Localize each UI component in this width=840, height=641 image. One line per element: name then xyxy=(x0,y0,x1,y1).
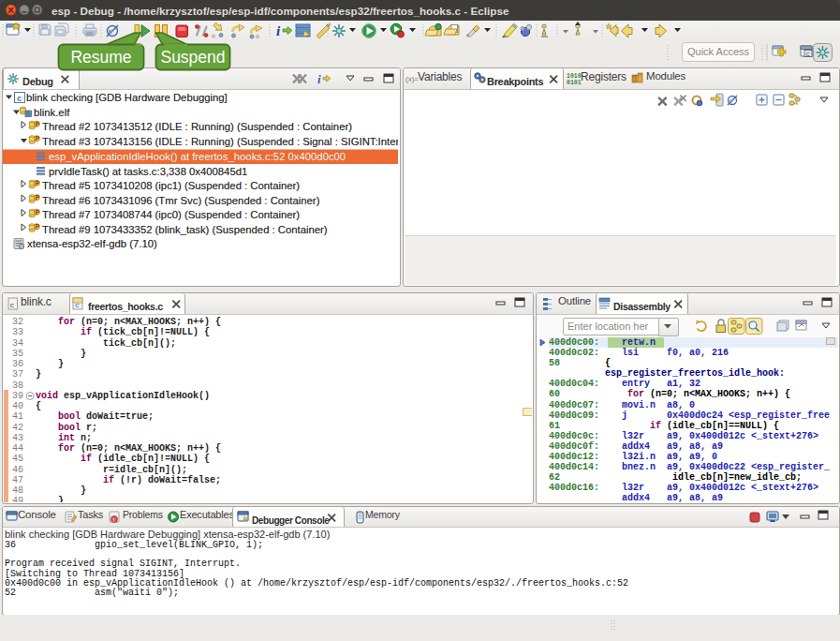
svg-text:c: c xyxy=(10,301,15,309)
svg-text:(x)=: (x)= xyxy=(405,75,419,83)
svg-text:!: ! xyxy=(112,517,114,523)
svg-text:Resume: Resume xyxy=(70,48,131,67)
svg-text:0101: 0101 xyxy=(567,80,582,86)
svg-text:c: c xyxy=(17,95,22,104)
svg-text:c: c xyxy=(75,301,80,309)
svg-text:Suspend: Suspend xyxy=(160,48,225,67)
